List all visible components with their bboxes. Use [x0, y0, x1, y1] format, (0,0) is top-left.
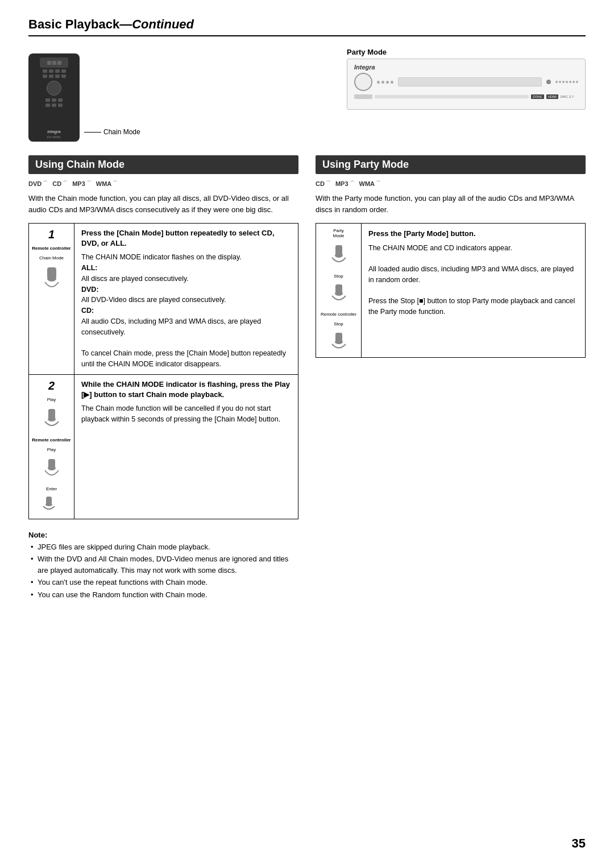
- chain-step-1-content: Press the [Chain Mode] button repeatedly…: [74, 224, 298, 374]
- hand-party-stop: [327, 283, 350, 305]
- format-mp3: MP3⌒: [72, 180, 92, 187]
- party-mode-heading: Using Party Mode: [316, 155, 586, 174]
- notes-list: JPEG files are skipped during Chain mode…: [28, 542, 298, 601]
- party-format-mp3: MP3⌒: [335, 180, 355, 187]
- chain-step-2-content: While the CHAIN MODE indicator is flashi…: [74, 375, 298, 519]
- svg-point-13: [335, 340, 343, 344]
- note-item-1: JPEG files are skipped during Chain mode…: [28, 542, 298, 553]
- chain-step-2-number-col: 2 Play Remote controller Play: [29, 375, 74, 519]
- hand-icon-step2-top: [40, 408, 63, 431]
- hand-party-rc-stop: [327, 332, 350, 353]
- svg-point-1: [47, 276, 56, 282]
- party-step-title: Press the [Party Mode] button.: [368, 228, 578, 239]
- note-item-4: You can use the Random function with Cha…: [28, 589, 298, 601]
- page-header: Basic Playback—Continued: [28, 17, 586, 36]
- chain-mode-section: Using Chain Mode DVD⌒ CD⌒ MP3⌒ WMA⌒ With…: [28, 155, 298, 601]
- chain-mode-label: Chain Mode: [103, 128, 140, 136]
- party-mode-section: Using Party Mode CD⌒ MP3⌒ WMA⌒ With the …: [316, 155, 586, 601]
- page-title: Basic Playback—Continued: [28, 17, 586, 32]
- hand-icon-step1: [40, 266, 63, 291]
- hand-icon-step2-enter: [40, 496, 63, 514]
- chain-mode-steps-table: 1 Remote controller Chain Mode: [28, 223, 298, 519]
- note-item-3: You can't use the repeat functions with …: [28, 577, 298, 588]
- notes-title: Note:: [28, 531, 298, 539]
- chain-mode-description: With the Chain mode function, you can pl…: [28, 193, 298, 215]
- svg-point-9: [335, 253, 343, 258]
- top-diagrams: Integra DV-4D51 Chain Mode Party Mode In…: [28, 48, 586, 142]
- party-step-left-col: PartyMode Stop: [316, 224, 362, 357]
- format-wma: WMA⌒: [96, 180, 118, 187]
- party-mode-description: With the Party mode function, you can pl…: [316, 193, 586, 215]
- party-step-body: The CHAIN MODE and CD indicators appear.…: [368, 243, 578, 317]
- party-format-cd: CD⌒: [316, 180, 331, 187]
- chain-step-1-row: 1 Remote controller Chain Mode: [29, 224, 298, 375]
- format-dvd: DVD⌒: [28, 180, 48, 187]
- page-container: Basic Playback—Continued: [0, 0, 614, 635]
- note-item-2: With the DVD and All Chain modes, DVD-Vi…: [28, 553, 298, 576]
- chain-step-2-row: 2 Play Remote controller Play: [29, 375, 298, 519]
- party-mode-label: Party Mode: [347, 48, 398, 56]
- format-cd: CD⌒: [52, 180, 68, 187]
- svg-point-7: [45, 503, 52, 506]
- party-step-content: Press the [Party Mode] button. The CHAIN…: [362, 224, 585, 357]
- svg-point-3: [48, 417, 56, 421]
- device-brand: Integra: [354, 64, 578, 71]
- chain-mode-formats: DVD⌒ CD⌒ MP3⌒ WMA⌒: [28, 180, 298, 187]
- hand-party-top: [327, 244, 350, 267]
- party-format-wma: WMA⌒: [359, 180, 381, 187]
- sections-row: Using Chain Mode DVD⌒ CD⌒ MP3⌒ WMA⌒ With…: [28, 155, 586, 601]
- svg-point-5: [48, 466, 56, 470]
- remote-controller-diagram: Integra DV-4D51: [28, 53, 80, 142]
- chain-step-1-number-col: 1 Remote controller Chain Mode: [29, 224, 74, 374]
- notes-section: Note: JPEG files are skipped during Chai…: [28, 531, 298, 601]
- party-step-row: PartyMode Stop: [316, 223, 586, 358]
- page-number: 35: [572, 836, 586, 851]
- svg-point-11: [335, 291, 343, 296]
- chain-mode-diagram: Integra DV-4D51 Chain Mode: [28, 53, 140, 142]
- hand-icon-step2-bottom: [40, 458, 63, 481]
- party-mode-formats: CD⌒ MP3⌒ WMA⌒: [316, 180, 586, 187]
- chain-mode-heading: Using Chain Mode: [28, 155, 298, 174]
- party-mode-diagram: Party Mode Integra: [347, 48, 586, 110]
